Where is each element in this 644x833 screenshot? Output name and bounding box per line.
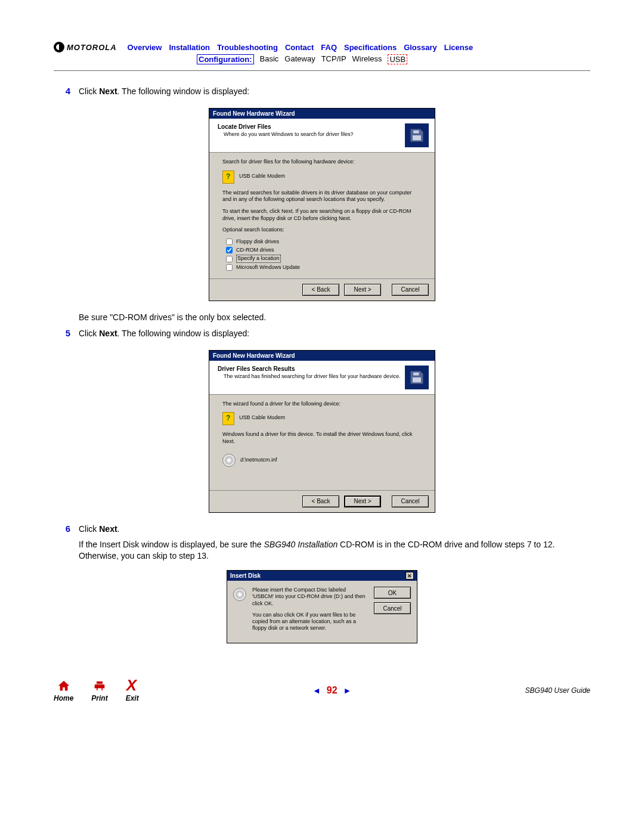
checkbox-floppy[interactable] [226, 239, 233, 245]
nav-tcpip[interactable]: TCP/IP [321, 54, 346, 64]
step-6: 6 Click Next. [54, 524, 590, 535]
wizard-text: Windows found a driver for this device. … [222, 431, 422, 445]
step-number: 4 [61, 86, 79, 96]
primary-nav: Overview Installation Troubleshooting Co… [128, 43, 473, 52]
step-number: 6 [61, 524, 79, 534]
wizard-text: The wizard found a driver for the follow… [222, 401, 422, 408]
page-navigator: ◄ 92 ► [157, 685, 507, 696]
nav-overview[interactable]: Overview [128, 43, 162, 52]
exit-button[interactable]: X Exit [126, 679, 139, 702]
print-button[interactable]: Print [91, 680, 107, 702]
question-icon [222, 412, 234, 425]
driver-path: d:\netmotcm.inf [240, 454, 277, 464]
nav-contact[interactable]: Contact [285, 43, 314, 52]
wizard-subheading: Where do you want Windows to search for … [224, 131, 405, 137]
page-content: 4 Click Next. The following window is di… [54, 86, 590, 643]
nav-specifications[interactable]: Specifications [344, 43, 397, 52]
step-text: Click Next. The following window is disp… [79, 328, 590, 339]
wizard-heading: Locate Driver Files [218, 123, 405, 130]
step-6-note: If the Insert Disk window is displayed, … [54, 539, 590, 562]
question-icon [222, 171, 234, 184]
checkbox-windows-update[interactable] [226, 264, 233, 271]
cancel-button[interactable]: Cancel [392, 496, 429, 507]
ok-button[interactable]: OK [374, 587, 411, 599]
wizard-text: Search for driver files for the followin… [222, 159, 422, 166]
step-4: 4 Click Next. The following window is di… [54, 86, 590, 97]
wizard-text: Optional search locations: [222, 227, 422, 234]
checkbox-specify[interactable] [226, 256, 233, 262]
step-5: 5 Click Next. The following window is di… [54, 328, 590, 339]
page-header: MOTOROLA Overview Installation Troublesh… [54, 42, 590, 71]
wizard-text: The wizard searches for suitable drivers… [222, 190, 422, 203]
step-4-note: Be sure "CD-ROM drives" is the only box … [54, 312, 590, 323]
nav-license[interactable]: License [444, 43, 473, 52]
insert-disk-dialog: Insert Disk ✕ Please insert the Compact … [227, 570, 417, 643]
nav-faq[interactable]: FAQ [321, 43, 337, 52]
nav-configuration[interactable]: Configuration: [197, 54, 254, 64]
nav-basic[interactable]: Basic [260, 54, 279, 64]
next-button[interactable]: Next > [344, 284, 381, 296]
close-button[interactable]: ✕ [405, 572, 414, 580]
wizard-titlebar: Found New Hardware Wizard [209, 351, 435, 361]
nav-installation[interactable]: Installation [169, 43, 210, 52]
print-icon [92, 680, 107, 692]
motorola-icon [54, 42, 64, 52]
prev-page-button[interactable]: ◄ [312, 686, 321, 695]
next-page-button[interactable]: ► [343, 686, 352, 695]
dialog-title: Insert Disk [230, 572, 261, 579]
search-locations: Floppy disk drives CD-ROM drives Specify… [226, 239, 422, 271]
wizard-heading: Driver Files Search Results [218, 366, 405, 372]
note-text: Be sure "CD-ROM drives" is the only box … [79, 312, 590, 323]
step-text: Click Next. The following window is disp… [79, 86, 590, 97]
exit-icon: X [126, 679, 138, 692]
back-button[interactable]: < Back [302, 496, 339, 507]
brand-logo: MOTOROLA [54, 42, 117, 52]
checkbox-cdrom[interactable] [226, 247, 233, 253]
wizard-banner-icon [405, 366, 429, 389]
cd-icon [222, 454, 236, 467]
wizard-subheading: The wizard has finished searching for dr… [224, 373, 405, 379]
page-number: 92 [327, 685, 338, 696]
home-icon [57, 679, 71, 692]
header-divider [54, 70, 590, 71]
wizard-titlebar: Found New Hardware Wizard [209, 109, 435, 119]
page-footer: Home Print X Exit ◄ 92 ► SBG940 User Gui… [54, 679, 590, 702]
wizard-banner-icon [405, 123, 429, 147]
cancel-button[interactable]: Cancel [392, 284, 429, 296]
dialog-text: Please insert the Compact Disc labeled '… [252, 587, 368, 607]
brand-text: MOTOROLA [67, 43, 117, 52]
wizard-locate-driver: Found New Hardware Wizard Locate Driver … [209, 108, 435, 301]
home-button[interactable]: Home [54, 679, 73, 702]
wizard-search-results: Found New Hardware Wizard Driver Files S… [209, 350, 435, 513]
nav-usb[interactable]: USB [388, 54, 407, 64]
step-text: Click Next. [79, 524, 590, 535]
nav-wireless[interactable]: Wireless [352, 54, 382, 64]
nav-troubleshooting[interactable]: Troubleshooting [217, 43, 278, 52]
device-name: USB Cable Modem [239, 412, 285, 422]
guide-title: SBG940 User Guide [525, 686, 590, 695]
nav-glossary[interactable]: Glossary [404, 43, 437, 52]
device-name: USB Cable Modem [239, 171, 285, 180]
step-number: 5 [61, 328, 79, 338]
nav-gateway[interactable]: Gateway [284, 54, 315, 64]
cancel-button[interactable]: Cancel [374, 602, 411, 614]
dialog-text: You can also click OK if you want files … [252, 612, 368, 632]
next-button[interactable]: Next > [344, 496, 381, 507]
note-text: If the Insert Disk window is displayed, … [79, 539, 590, 562]
cd-icon [233, 588, 246, 601]
back-button[interactable]: < Back [302, 284, 339, 296]
wizard-text: To start the search, click Next. If you … [222, 208, 422, 222]
secondary-nav: Configuration: Basic Gateway TCP/IP Wire… [197, 54, 590, 64]
